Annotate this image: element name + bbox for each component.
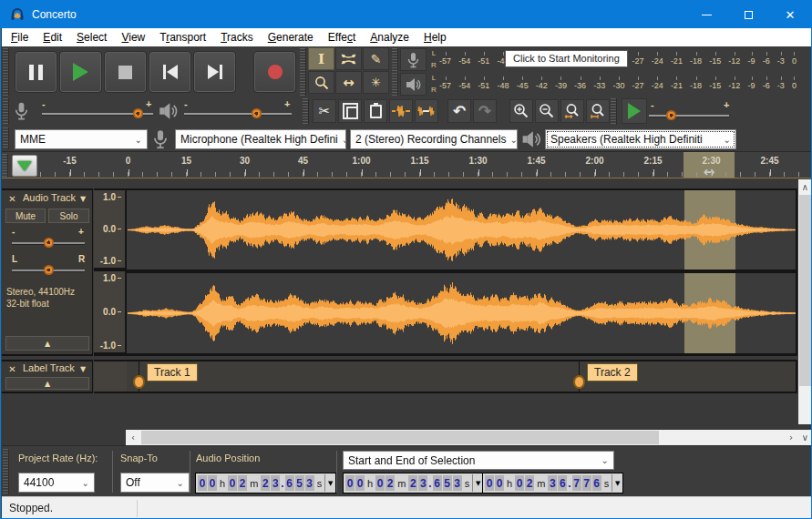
track-menu-icon[interactable]: ▼: [80, 195, 86, 203]
recording-meter-grabber[interactable]: [392, 48, 398, 71]
playback-volume-thumb[interactable]: [252, 108, 262, 118]
horizontal-scrollbar[interactable]: ‹ ›: [126, 430, 798, 445]
play-button[interactable]: [59, 51, 102, 93]
mute-button[interactable]: Mute: [5, 209, 46, 223]
recording-device-select[interactable]: Microphone (Realtek High Defini⌄: [175, 129, 346, 149]
time-digit[interactable]: 3: [548, 475, 557, 491]
undo-button[interactable]: ↶: [447, 99, 471, 123]
draw-tool-button[interactable]: ✎: [363, 47, 389, 70]
time-digit[interactable]: 6: [433, 475, 442, 491]
copy-button[interactable]: [338, 99, 362, 123]
time-digit[interactable]: 0: [485, 475, 494, 491]
recording-channels-select[interactable]: 2 (Stereo) Recording Channels⌄: [350, 129, 518, 149]
edit-toolbar-grabber[interactable]: [303, 98, 309, 125]
time-shift-tool-button[interactable]: ↔: [335, 71, 362, 94]
zoom-out-button[interactable]: [535, 99, 559, 123]
time-digit[interactable]: .: [568, 477, 570, 490]
multi-tool-button[interactable]: ✳: [363, 71, 389, 94]
zoom-tool-button[interactable]: [308, 71, 334, 94]
record-button[interactable]: [253, 51, 296, 93]
time-field-arrow-icon[interactable]: ▼: [612, 474, 622, 492]
horizontal-scrollbar-thumb[interactable]: [141, 431, 659, 444]
playback-meter-speaker-button[interactable]: [400, 73, 427, 96]
fit-project-button[interactable]: [586, 99, 610, 123]
amp-ruler-left-channel[interactable]: 1.00.0-1.0: [94, 190, 126, 268]
play-at-speed-button[interactable]: [622, 98, 647, 124]
time-digit[interactable]: 0: [345, 475, 355, 491]
audio-position-field[interactable]: 00h02m23.653s▼: [195, 473, 336, 494]
vertical-scrollbar[interactable]: ∧: [798, 179, 812, 424]
maximize-button[interactable]: [727, 1, 769, 28]
playback-meter[interactable]: LR -57-54-51-48-45-42-39-36-33-30-27-24-…: [392, 72, 812, 97]
time-digit[interactable]: 6: [592, 475, 601, 491]
menu-file[interactable]: File: [4, 29, 36, 46]
trim-audio-button[interactable]: [389, 99, 413, 123]
pause-button[interactable]: [15, 51, 57, 93]
time-digit[interactable]: 0: [355, 475, 365, 491]
paste-button[interactable]: [364, 99, 387, 123]
label-track-content[interactable]: [127, 360, 797, 393]
mixer-toolbar-grabber[interactable]: [3, 98, 9, 125]
audio-host-select[interactable]: MME⌄: [15, 129, 148, 149]
play-speed-thumb[interactable]: [666, 110, 676, 120]
track-label[interactable]: Track 2: [587, 363, 638, 382]
waveform-display[interactable]: [127, 188, 797, 356]
scroll-right-button[interactable]: ›: [784, 430, 798, 445]
time-digit[interactable]: .: [428, 477, 431, 490]
stop-button[interactable]: [104, 51, 147, 93]
menu-view[interactable]: View: [114, 29, 152, 46]
close-label-track-button[interactable]: ✕: [5, 362, 19, 375]
menu-tracks[interactable]: Tracks: [213, 29, 261, 46]
close-track-button[interactable]: ✕: [5, 192, 19, 205]
zoom-in-button[interactable]: [509, 99, 533, 123]
tools-toolbar-grabber[interactable]: [300, 48, 306, 96]
time-digit[interactable]: 3: [418, 475, 427, 491]
time-field-arrow-icon[interactable]: ▼: [324, 474, 335, 492]
minimize-button[interactable]: [685, 1, 727, 28]
selection-start-field[interactable]: 00h02m23.653s▼: [343, 473, 484, 494]
playback-volume-slider[interactable]: [184, 113, 292, 115]
recording-volume-thumb[interactable]: [133, 108, 143, 118]
project-rate-select[interactable]: 44100⌄: [18, 473, 95, 493]
menu-edit[interactable]: Edit: [36, 29, 69, 46]
pan-thumb[interactable]: [44, 265, 54, 275]
time-digit[interactable]: 0: [495, 475, 504, 491]
label-marker-icon[interactable]: [133, 375, 145, 389]
time-digit[interactable]: 7: [572, 475, 581, 491]
menu-generate[interactable]: Generate: [261, 29, 321, 46]
selection-toolbar-grabber[interactable]: [3, 449, 9, 494]
play-speed-slider[interactable]: [649, 115, 729, 117]
time-digit[interactable]: 2: [408, 475, 417, 491]
time-digit[interactable]: 3: [271, 475, 280, 491]
fit-selection-button[interactable]: [560, 99, 584, 123]
selection-mode-select[interactable]: Start and End of Selection⌄: [343, 451, 614, 470]
monitor-tooltip[interactable]: Click to Start Monitoring: [505, 50, 628, 67]
menu-select[interactable]: Select: [69, 29, 114, 46]
track-menu-icon[interactable]: ▼: [80, 365, 86, 373]
snap-to-select[interactable]: Off⌄: [120, 473, 190, 493]
label-track-control-panel[interactable]: ✕ Label Track ▼ ▲: [2, 360, 93, 393]
time-digit[interactable]: 0: [228, 475, 237, 491]
time-digit[interactable]: 0: [208, 475, 217, 491]
time-digit[interactable]: 5: [443, 475, 452, 491]
menu-analyze[interactable]: Analyze: [363, 29, 416, 46]
solo-button[interactable]: Solo: [48, 209, 89, 223]
scroll-left-button[interactable]: ‹: [126, 430, 140, 445]
playback-meter-grabber[interactable]: [392, 73, 398, 96]
redo-button[interactable]: ↷: [473, 99, 497, 123]
recording-meter-mic-button[interactable]: [400, 48, 427, 71]
skip-to-start-button[interactable]: [149, 51, 191, 93]
playback-device-select[interactable]: Speakers (Realtek High Definiti⌄: [545, 129, 736, 149]
scroll-up-button[interactable]: ∧: [798, 179, 812, 194]
time-digit[interactable]: 3: [305, 475, 314, 491]
time-digit[interactable]: 5: [295, 475, 304, 491]
time-digit[interactable]: 0: [198, 475, 207, 491]
vertical-scrollbar-thumb[interactable]: [799, 195, 811, 386]
selection-end-field[interactable]: 00h02m36.776s▼: [482, 473, 623, 494]
envelope-tool-button[interactable]: [335, 47, 362, 70]
label-marker-icon[interactable]: [573, 375, 585, 389]
scroll-down-button[interactable]: ∨: [798, 430, 812, 445]
time-digit[interactable]: 0: [515, 475, 524, 491]
collapse-track-button[interactable]: ▲: [5, 336, 89, 351]
time-digit[interactable]: 2: [525, 475, 534, 491]
